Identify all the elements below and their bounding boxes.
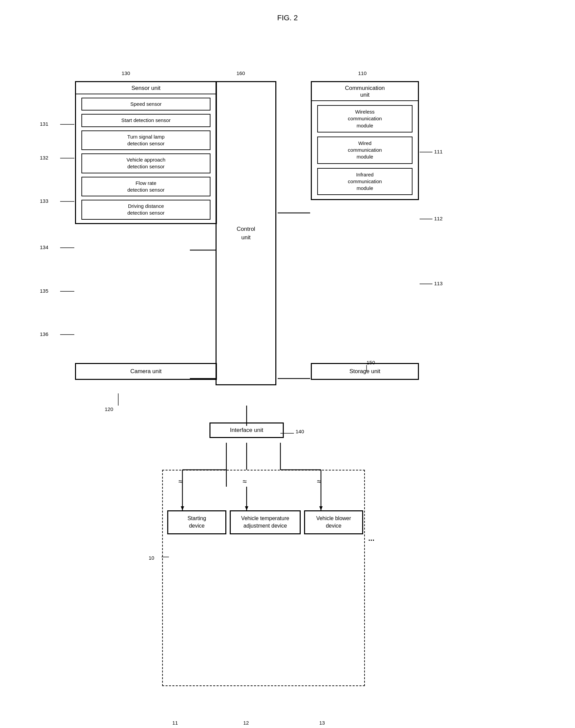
label-120: 120	[105, 406, 113, 412]
sensor-unit-box: Sensor unit Speed sensor Start detection…	[75, 81, 217, 224]
page-title: FIG. 2	[0, 0, 575, 22]
label-133: 133	[40, 198, 48, 204]
label-13: 13	[319, 720, 325, 726]
storage-unit-label: Storage unit	[349, 368, 380, 374]
comm-infrared: Infrared communication module	[317, 168, 412, 195]
sensor-flow-rate: Flow rate detection sensor	[81, 177, 210, 197]
starting-device-label: Starting device	[188, 515, 206, 529]
label-131: 131	[40, 121, 48, 127]
camera-unit-label: Camera unit	[130, 368, 162, 374]
camera-unit-box: Camera unit	[75, 363, 217, 380]
blower-device-label: Vehicle blower device	[316, 515, 351, 529]
sensor-turn-signal: Turn signal lamp detection sensor	[81, 130, 210, 150]
label-136: 136	[40, 331, 48, 337]
temp-adjust-device-label: Vehicle temperature adjustment device	[241, 515, 289, 529]
sensor-vehicle-approach: Vehicle approach detection sensor	[81, 153, 210, 173]
label-12: 12	[243, 720, 249, 726]
label-132: 132	[40, 155, 48, 161]
temp-adjust-device-box: Vehicle temperature adjustment device	[230, 510, 301, 534]
label-134: 134	[40, 244, 48, 250]
label-140: 140	[296, 429, 304, 434]
label-160: 160	[236, 70, 245, 76]
storage-unit-box: Storage unit	[311, 363, 419, 380]
label-10: 10	[149, 555, 154, 561]
comm-wireless: Wireless communication module	[317, 105, 412, 132]
ellipsis-label: ...	[368, 534, 374, 543]
label-113: 113	[434, 281, 443, 286]
sensor-start: Start detection sensor	[81, 114, 210, 127]
label-111: 111	[434, 149, 443, 154]
interface-unit-box: Interface unit	[209, 422, 284, 438]
label-112: 112	[434, 216, 443, 221]
comm-unit-title: Communication unit	[312, 82, 418, 101]
starting-device-box: Starting device	[167, 510, 226, 534]
sensor-unit-title: Sensor unit	[76, 82, 216, 94]
interface-unit-label: Interface unit	[230, 427, 263, 433]
blower-device-box: Vehicle blower device	[304, 510, 363, 534]
comm-wired: Wired communication module	[317, 137, 412, 164]
control-unit-text: Control unit	[237, 225, 255, 242]
label-135: 135	[40, 288, 48, 294]
sensor-speed: Speed sensor	[81, 98, 210, 111]
label-130: 130	[122, 70, 130, 76]
comm-unit-box: Communication unit Wireless communicatio…	[311, 81, 419, 200]
label-110: 110	[358, 70, 367, 76]
dashed-boundary-box	[162, 470, 365, 686]
label-11: 11	[172, 720, 178, 726]
sensor-driving-distance: Driving distance detection sensor	[81, 200, 210, 220]
control-unit-box: Control unit	[216, 81, 276, 385]
